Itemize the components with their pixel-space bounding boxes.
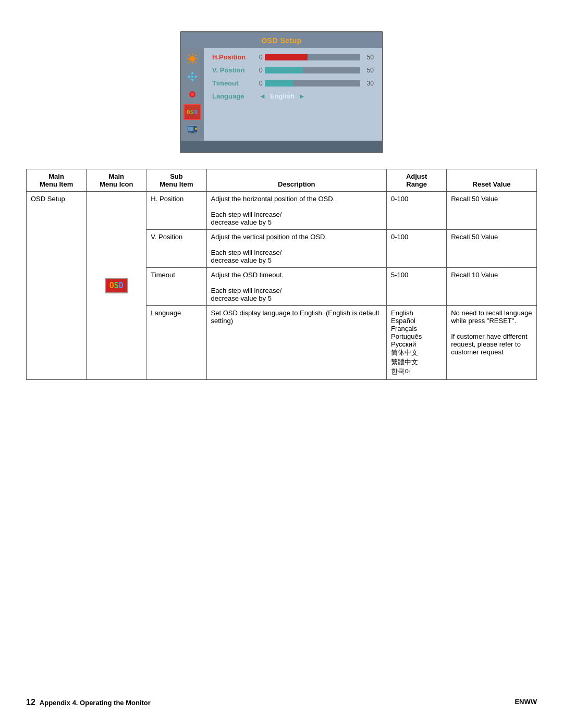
osd-hposition-label: H.Position: [212, 53, 259, 61]
td-main-osd-setup: OSD Setup: [27, 192, 87, 380]
osd-language-arrow-right: ►: [299, 92, 305, 100]
td-adjust-timeout: 5-100: [387, 268, 447, 306]
osd-icon-osd: O S D: [183, 104, 201, 120]
td-sub-vposition: V. Position: [146, 230, 206, 268]
svg-text:D: D: [194, 109, 198, 116]
th-reset-value: Reset Value: [447, 169, 537, 192]
osd-vposition-min: 0: [259, 67, 263, 74]
td-adjust-hposition: 0-100: [387, 192, 447, 230]
osd-vposition-bar: [265, 67, 360, 73]
osd-language-selector: ◄ English ►: [259, 92, 305, 100]
th-adjust-range: AdjustRange: [387, 169, 447, 192]
osd-icon-move: [183, 69, 201, 84]
svg-rect-20: [188, 127, 193, 131]
osd-icon-color: [183, 87, 201, 102]
svg-marker-11: [187, 75, 190, 78]
svg-rect-23: [189, 133, 195, 133]
svg-marker-10: [191, 79, 194, 82]
svg-rect-13: [191, 76, 193, 78]
footer-right-text: ENWW: [515, 698, 537, 707]
td-adjust-language: English Español Français Português Русск…: [387, 306, 447, 380]
footer-left: 12 Appendix 4. Operating the Monitor: [26, 698, 151, 707]
osd-icon-settings: [183, 122, 201, 138]
osd-title: OSD Setup: [181, 32, 382, 48]
td-reset-vposition: Recall 50 Value: [447, 230, 537, 268]
osd-timeout-bar: [265, 80, 360, 87]
th-description: Description: [206, 169, 387, 192]
svg-line-6: [195, 62, 197, 63]
osd-hposition-val: 50: [362, 54, 374, 61]
svg-marker-12: [195, 75, 198, 78]
osd-hposition-row: H.Position 0 50: [212, 53, 374, 61]
td-reset-timeout: Recall 10 Value: [447, 268, 537, 306]
osd-screenshot: OSD Setup: [180, 31, 383, 153]
td-reset-language: No need to recall language while press "…: [447, 306, 537, 380]
osd-vposition-fill: [265, 67, 303, 73]
osd-icon-brightness: [183, 51, 201, 67]
svg-point-21: [195, 128, 197, 130]
osd-language-row: Language ◄ English ►: [212, 92, 374, 100]
footer-page-number: 12: [26, 698, 35, 707]
osd-hposition-bar: [265, 54, 360, 60]
svg-text:O: O: [187, 109, 190, 116]
th-main-menu-icon: MainMenu Icon: [87, 169, 146, 192]
osd-badge-o: O: [109, 281, 114, 290]
svg-line-8: [188, 62, 189, 63]
osd-badge-s: S: [114, 281, 119, 290]
osd-settings-content: H.Position 0 50 V. Postion 0 50 Timeout …: [204, 48, 382, 141]
svg-point-15: [191, 93, 194, 96]
td-sub-hposition: H. Position: [146, 192, 206, 230]
osd-vposition-val: 50: [362, 67, 374, 74]
settings-table: MainMenu Item MainMenu Icon SubMenu Item…: [26, 169, 537, 380]
osd-hposition-min: 0: [259, 54, 263, 61]
osd-timeout-row: Timeout 0 30: [212, 79, 374, 87]
osd-language-label: Language: [212, 92, 259, 100]
td-reset-hposition: Recall 50 Value: [447, 192, 537, 230]
svg-marker-9: [191, 71, 194, 74]
td-desc-vposition: Adjust the vertical position of the OSD.…: [206, 230, 387, 268]
osd-bottom-bar: [181, 141, 382, 152]
td-main-osd-icon: OSD: [87, 192, 146, 380]
th-main-menu-item: MainMenu Item: [27, 169, 87, 192]
osd-vposition-row: V. Postion 0 50: [212, 66, 374, 74]
osd-timeout-fill: [265, 80, 293, 87]
osd-timeout-min: 0: [259, 80, 263, 87]
osd-language-value: English: [270, 92, 295, 100]
footer-left-text: Appendix 4. Operating the Monitor: [40, 699, 151, 707]
td-sub-timeout: Timeout: [146, 268, 206, 306]
th-sub-menu-item: SubMenu Item: [146, 169, 206, 192]
osd-timeout-val: 30: [362, 80, 374, 87]
td-desc-language: Set OSD display language to English. (En…: [206, 306, 387, 380]
page-footer: 12 Appendix 4. Operating the Monitor ENW…: [0, 698, 563, 707]
osd-hposition-fill: [265, 54, 308, 60]
osd-icons-column: O S D: [181, 48, 204, 141]
settings-table-section: MainMenu Item MainMenu Icon SubMenu Item…: [26, 169, 537, 380]
td-adjust-vposition: 0-100: [387, 230, 447, 268]
osd-badge-d: D: [119, 281, 124, 290]
svg-text:S: S: [190, 109, 194, 116]
svg-point-0: [190, 56, 195, 61]
osd-badge: OSD: [105, 278, 128, 293]
table-row-hposition: OSD Setup OSD H. Position Adjust the hor…: [27, 192, 537, 230]
svg-line-7: [195, 55, 197, 56]
td-sub-language: Language: [146, 306, 206, 380]
table-header-row: MainMenu Item MainMenu Icon SubMenu Item…: [27, 169, 537, 192]
osd-timeout-label: Timeout: [212, 79, 259, 87]
td-desc-timeout: Adjust the OSD timeout.Each step will in…: [206, 268, 387, 306]
osd-language-arrow-left: ◄: [259, 92, 266, 100]
svg-line-5: [188, 55, 189, 56]
osd-vposition-label: V. Postion: [212, 66, 259, 74]
td-desc-hposition: Adjust the horizontal position of the OS…: [206, 192, 387, 230]
